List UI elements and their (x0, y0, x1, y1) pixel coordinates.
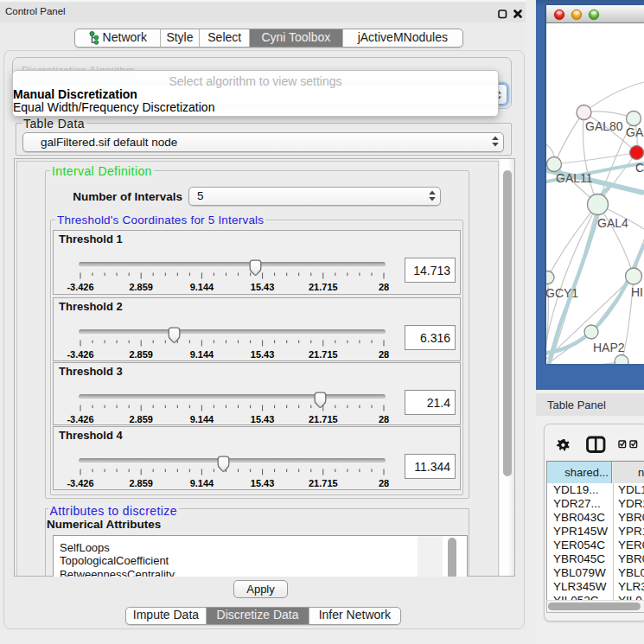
svg-text:HAP2: HAP2 (593, 341, 625, 354)
svg-text:GCY1: GCY1 (546, 286, 578, 300)
svg-text:HI: HI (631, 285, 643, 299)
svg-text:GAL80: GAL80 (585, 119, 623, 133)
svg-text:GAL4: GAL4 (597, 216, 628, 230)
svg-text:GAL2: GAL2 (626, 125, 644, 139)
svg-text:GAL11: GAL11 (556, 171, 593, 185)
svg-text:CY: CY (635, 161, 644, 175)
